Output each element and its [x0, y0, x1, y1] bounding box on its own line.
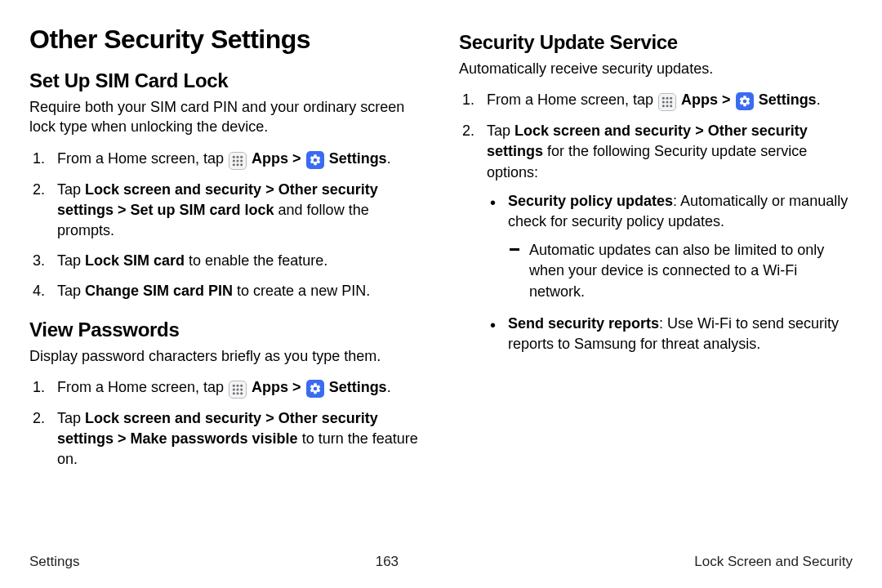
list-item: Tap Lock SIM card to enable the feature.: [29, 251, 423, 271]
section-view-passwords-lead: Display password characters briefly as y…: [29, 346, 423, 366]
footer-right: Lock Screen and Security: [694, 554, 853, 570]
apps-icon: [658, 93, 676, 111]
list-item: Tap Change SIM card PIN to create a new …: [29, 281, 423, 301]
sim-lock-steps: From a Home screen, tap Apps > Settings.…: [29, 149, 423, 302]
text: Tap: [57, 283, 85, 299]
text: Tap: [57, 410, 85, 426]
text: .: [387, 379, 391, 395]
svg-point-12: [233, 388, 235, 390]
svg-point-14: [240, 388, 243, 390]
apps-label: Apps: [252, 150, 288, 167]
text-bold: Lock screen and security: [514, 122, 691, 139]
chevron-icon: >: [288, 150, 305, 167]
svg-point-24: [662, 105, 665, 107]
apps-label: Apps: [252, 379, 288, 395]
settings-label: Settings: [329, 150, 387, 167]
svg-point-13: [237, 388, 239, 390]
settings-icon: [306, 380, 324, 398]
section-view-passwords-title: View Passwords: [29, 318, 423, 341]
list-item: From a Home screen, tap Apps > Settings.: [459, 90, 853, 111]
section-sim-lock-title: Set Up SIM Card Lock: [29, 69, 423, 92]
chevron-icon: >: [261, 181, 278, 198]
text: to create a new PIN.: [233, 283, 370, 299]
text-bold: Lock screen and security: [85, 181, 261, 198]
section-sim-lock-lead: Require both your SIM card PIN and your …: [29, 97, 423, 137]
svg-point-20: [670, 97, 672, 100]
settings-icon: [736, 92, 754, 110]
text: From a Home screen, tap: [57, 150, 228, 167]
text-bold: Make passwords visible: [131, 430, 298, 447]
svg-point-4: [237, 159, 239, 162]
svg-point-18: [662, 97, 665, 100]
svg-point-6: [233, 163, 235, 166]
apps-icon: [229, 152, 247, 170]
list-item: Security policy updates: Automatically o…: [487, 191, 853, 302]
list-item: Send security reports: Use Wi-Fi to send…: [487, 314, 853, 354]
svg-point-22: [666, 101, 669, 104]
text-bold: Lock SIM card: [85, 252, 185, 269]
sub-dash-list: Automatic updates can also be limited to…: [508, 240, 853, 302]
svg-point-9: [233, 385, 235, 387]
settings-label: Settings: [329, 379, 387, 395]
security-update-steps: From a Home screen, tap Apps > Settings.…: [459, 90, 853, 354]
svg-point-2: [240, 155, 243, 158]
text: From a Home screen, tap: [487, 91, 657, 108]
chevron-icon: >: [114, 430, 131, 447]
chevron-icon: >: [261, 410, 278, 426]
chevron-icon: >: [288, 379, 305, 395]
svg-point-1: [237, 155, 239, 158]
section-security-update-title: Security Update Service: [459, 31, 853, 54]
right-column: Security Update Service Automatically re…: [459, 24, 853, 547]
text-bold: Send security reports: [508, 315, 659, 332]
apps-label: Apps: [681, 91, 718, 108]
text: .: [387, 150, 391, 167]
text: .: [817, 91, 821, 108]
security-update-bullets: Security policy updates: Automatically o…: [487, 191, 853, 354]
list-item: Automatic updates can also be limited to…: [508, 240, 853, 302]
list-item: From a Home screen, tap Apps > Settings.: [29, 377, 423, 399]
svg-point-25: [666, 105, 669, 107]
text: Tap: [57, 252, 85, 269]
view-passwords-steps: From a Home screen, tap Apps > Settings.…: [29, 377, 423, 470]
settings-icon: [306, 151, 324, 169]
section-security-update-lead: Automatically receive security updates.: [459, 59, 853, 78]
text: to enable the feature.: [185, 252, 327, 269]
text-bold: Set up SIM card lock: [131, 202, 274, 218]
svg-point-16: [237, 392, 239, 394]
svg-point-21: [662, 101, 665, 104]
text-bold: Security policy updates: [508, 193, 673, 209]
text: Tap: [487, 122, 514, 139]
apps-icon: [229, 381, 247, 399]
list-item: Tap Lock screen and security > Other sec…: [29, 408, 423, 470]
svg-point-11: [240, 385, 243, 387]
svg-point-15: [233, 392, 235, 394]
svg-point-3: [233, 159, 235, 162]
text: Automatic updates can also be limited to…: [529, 242, 824, 299]
footer-page-number: 163: [376, 554, 399, 570]
chevron-icon: >: [114, 202, 131, 218]
list-item: Tap Lock screen and security > Other sec…: [29, 180, 423, 242]
svg-point-0: [233, 155, 235, 158]
svg-point-19: [666, 97, 669, 100]
page-footer: Settings 163 Lock Screen and Security: [29, 554, 853, 570]
text: Tap: [57, 181, 85, 198]
chevron-icon: >: [718, 91, 735, 108]
svg-point-26: [670, 105, 672, 107]
text-bold: Lock screen and security: [85, 410, 261, 426]
svg-point-17: [240, 392, 243, 394]
svg-point-23: [670, 101, 672, 104]
text-bold: Change SIM card PIN: [85, 283, 233, 299]
content-columns: Other Security Settings Set Up SIM Card …: [29, 24, 853, 547]
settings-label: Settings: [759, 91, 817, 108]
chevron-icon: >: [691, 122, 708, 139]
list-item: Tap Lock screen and security > Other sec…: [459, 121, 853, 354]
svg-point-8: [240, 163, 243, 166]
list-item: From a Home screen, tap Apps > Settings.: [29, 149, 423, 170]
text: From a Home screen, tap: [57, 379, 228, 395]
page-title: Other Security Settings: [29, 24, 423, 55]
svg-point-10: [237, 385, 239, 387]
footer-left: Settings: [29, 554, 79, 570]
svg-point-7: [237, 163, 239, 166]
svg-point-5: [240, 159, 243, 162]
left-column: Other Security Settings Set Up SIM Card …: [29, 24, 423, 547]
